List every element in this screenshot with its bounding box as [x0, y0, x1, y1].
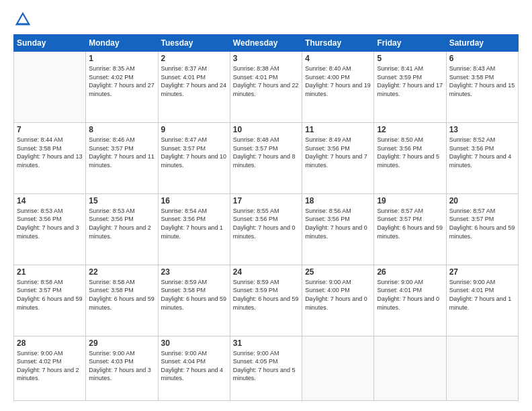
- day-info: Sunrise: 9:00 AMSunset: 4:01 PMDaylight:…: [377, 278, 443, 312]
- calendar-cell: 9Sunrise: 8:47 AMSunset: 3:57 PMDaylight…: [158, 122, 230, 193]
- day-number: 12: [377, 125, 443, 134]
- day-number: 10: [233, 125, 299, 134]
- calendar-cell: 20Sunrise: 8:57 AMSunset: 3:57 PMDayligh…: [446, 193, 518, 265]
- day-number: 29: [89, 338, 154, 348]
- calendar-cell: [374, 336, 446, 400]
- day-info: Sunrise: 8:57 AMSunset: 3:57 PMDaylight:…: [377, 207, 443, 240]
- calendar-cell: 10Sunrise: 8:48 AMSunset: 3:57 PMDayligh…: [230, 122, 302, 193]
- day-number: 8: [89, 125, 154, 134]
- day-info: Sunrise: 9:00 AMSunset: 4:04 PMDaylight:…: [161, 349, 227, 383]
- calendar-week-row: 14Sunrise: 8:53 AMSunset: 3:56 PMDayligh…: [14, 193, 519, 265]
- calendar-cell: 27Sunrise: 9:00 AMSunset: 4:01 PMDayligh…: [446, 265, 518, 336]
- header: [13, 10, 519, 29]
- logo-icon: [13, 10, 32, 29]
- day-info: Sunrise: 8:49 AMSunset: 3:56 PMDaylight:…: [305, 136, 371, 169]
- calendar-cell: [446, 336, 518, 400]
- day-info: Sunrise: 8:46 AMSunset: 3:57 PMDaylight:…: [89, 136, 154, 169]
- calendar-cell: 25Sunrise: 9:00 AMSunset: 4:00 PMDayligh…: [302, 265, 374, 336]
- day-number: 31: [233, 338, 299, 348]
- calendar-cell: [14, 52, 86, 123]
- day-info: Sunrise: 8:52 AMSunset: 3:56 PMDaylight:…: [449, 136, 515, 169]
- day-info: Sunrise: 8:55 AMSunset: 3:56 PMDaylight:…: [233, 207, 299, 240]
- calendar-cell: 6Sunrise: 8:43 AMSunset: 3:58 PMDaylight…: [446, 52, 518, 123]
- calendar-cell: 2Sunrise: 8:37 AMSunset: 4:01 PMDaylight…: [158, 52, 230, 123]
- calendar-week-row: 7Sunrise: 8:44 AMSunset: 3:58 PMDaylight…: [14, 122, 519, 193]
- day-info: Sunrise: 8:43 AMSunset: 3:58 PMDaylight:…: [449, 64, 515, 98]
- calendar-cell: 5Sunrise: 8:41 AMSunset: 3:59 PMDaylight…: [374, 52, 446, 123]
- day-number: 28: [17, 338, 83, 348]
- day-info: Sunrise: 8:53 AMSunset: 3:56 PMDaylight:…: [17, 207, 83, 240]
- day-number: 24: [233, 267, 299, 277]
- calendar-cell: 24Sunrise: 8:59 AMSunset: 3:59 PMDayligh…: [230, 265, 302, 336]
- day-number: 7: [17, 125, 83, 134]
- day-number: 4: [305, 54, 371, 63]
- calendar-cell: 3Sunrise: 8:38 AMSunset: 4:01 PMDaylight…: [230, 52, 302, 123]
- day-number: 13: [449, 125, 515, 134]
- day-number: 14: [17, 196, 83, 205]
- day-info: Sunrise: 9:00 AMSunset: 4:02 PMDaylight:…: [17, 349, 83, 383]
- day-number: 15: [89, 196, 154, 205]
- calendar-header-wednesday: Wednesday: [230, 35, 302, 52]
- day-number: 16: [161, 196, 227, 205]
- day-number: 3: [233, 54, 299, 63]
- calendar-cell: 28Sunrise: 9:00 AMSunset: 4:02 PMDayligh…: [14, 336, 86, 400]
- calendar-header-thursday: Thursday: [302, 35, 374, 52]
- calendar-cell: 11Sunrise: 8:49 AMSunset: 3:56 PMDayligh…: [302, 122, 374, 193]
- day-info: Sunrise: 8:44 AMSunset: 3:58 PMDaylight:…: [17, 136, 83, 169]
- day-number: 19: [377, 196, 443, 205]
- day-info: Sunrise: 9:00 AMSunset: 4:00 PMDaylight:…: [305, 278, 371, 312]
- day-info: Sunrise: 8:47 AMSunset: 3:57 PMDaylight:…: [161, 136, 227, 169]
- day-info: Sunrise: 8:35 AMSunset: 4:02 PMDaylight:…: [89, 64, 154, 98]
- day-info: Sunrise: 8:56 AMSunset: 3:56 PMDaylight:…: [305, 207, 371, 240]
- calendar-cell: 18Sunrise: 8:56 AMSunset: 3:56 PMDayligh…: [302, 193, 374, 265]
- day-number: 30: [161, 338, 227, 348]
- calendar-cell: 13Sunrise: 8:52 AMSunset: 3:56 PMDayligh…: [446, 122, 518, 193]
- calendar-cell: [302, 336, 374, 400]
- day-number: 1: [89, 54, 154, 63]
- day-info: Sunrise: 8:57 AMSunset: 3:57 PMDaylight:…: [449, 207, 515, 240]
- calendar-cell: 31Sunrise: 9:00 AMSunset: 4:05 PMDayligh…: [230, 336, 302, 400]
- calendar-week-row: 28Sunrise: 9:00 AMSunset: 4:02 PMDayligh…: [14, 336, 519, 400]
- day-info: Sunrise: 8:48 AMSunset: 3:57 PMDaylight:…: [233, 136, 299, 169]
- calendar: SundayMondayTuesdayWednesdayThursdayFrid…: [13, 34, 519, 401]
- day-info: Sunrise: 8:50 AMSunset: 3:56 PMDaylight:…: [377, 136, 443, 169]
- day-number: 18: [305, 196, 371, 205]
- day-info: Sunrise: 8:41 AMSunset: 3:59 PMDaylight:…: [377, 64, 443, 98]
- day-number: 6: [449, 54, 515, 63]
- calendar-cell: 4Sunrise: 8:40 AMSunset: 4:00 PMDaylight…: [302, 52, 374, 123]
- calendar-cell: 15Sunrise: 8:53 AMSunset: 3:56 PMDayligh…: [86, 193, 158, 265]
- day-info: Sunrise: 8:40 AMSunset: 4:00 PMDaylight:…: [305, 64, 371, 98]
- day-info: Sunrise: 8:58 AMSunset: 3:58 PMDaylight:…: [89, 278, 154, 312]
- calendar-cell: 14Sunrise: 8:53 AMSunset: 3:56 PMDayligh…: [14, 193, 86, 265]
- calendar-cell: 7Sunrise: 8:44 AMSunset: 3:58 PMDaylight…: [14, 122, 86, 193]
- calendar-cell: 8Sunrise: 8:46 AMSunset: 3:57 PMDaylight…: [86, 122, 158, 193]
- calendar-cell: 21Sunrise: 8:58 AMSunset: 3:57 PMDayligh…: [14, 265, 86, 336]
- day-info: Sunrise: 8:53 AMSunset: 3:56 PMDaylight:…: [89, 207, 154, 240]
- calendar-cell: 19Sunrise: 8:57 AMSunset: 3:57 PMDayligh…: [374, 193, 446, 265]
- day-number: 23: [161, 267, 227, 277]
- day-number: 11: [305, 125, 371, 134]
- calendar-week-row: 21Sunrise: 8:58 AMSunset: 3:57 PMDayligh…: [14, 265, 519, 336]
- day-number: 25: [305, 267, 371, 277]
- calendar-cell: 26Sunrise: 9:00 AMSunset: 4:01 PMDayligh…: [374, 265, 446, 336]
- calendar-header-row: SundayMondayTuesdayWednesdayThursdayFrid…: [14, 35, 519, 52]
- calendar-cell: 22Sunrise: 8:58 AMSunset: 3:58 PMDayligh…: [86, 265, 158, 336]
- day-info: Sunrise: 8:59 AMSunset: 3:58 PMDaylight:…: [161, 278, 227, 312]
- calendar-cell: 17Sunrise: 8:55 AMSunset: 3:56 PMDayligh…: [230, 193, 302, 265]
- calendar-header-saturday: Saturday: [446, 35, 518, 52]
- day-info: Sunrise: 8:58 AMSunset: 3:57 PMDaylight:…: [17, 278, 83, 312]
- day-number: 27: [449, 267, 515, 277]
- day-number: 21: [17, 267, 83, 277]
- day-number: 5: [377, 54, 443, 63]
- day-number: 17: [233, 196, 299, 205]
- logo: [13, 10, 35, 29]
- day-number: 20: [449, 196, 515, 205]
- calendar-cell: 29Sunrise: 9:00 AMSunset: 4:03 PMDayligh…: [86, 336, 158, 400]
- calendar-cell: 12Sunrise: 8:50 AMSunset: 3:56 PMDayligh…: [374, 122, 446, 193]
- day-info: Sunrise: 8:37 AMSunset: 4:01 PMDaylight:…: [161, 64, 227, 98]
- calendar-header-monday: Monday: [86, 35, 158, 52]
- day-number: 26: [377, 267, 443, 277]
- calendar-cell: 16Sunrise: 8:54 AMSunset: 3:56 PMDayligh…: [158, 193, 230, 265]
- calendar-cell: 1Sunrise: 8:35 AMSunset: 4:02 PMDaylight…: [86, 52, 158, 123]
- day-number: 22: [89, 267, 154, 277]
